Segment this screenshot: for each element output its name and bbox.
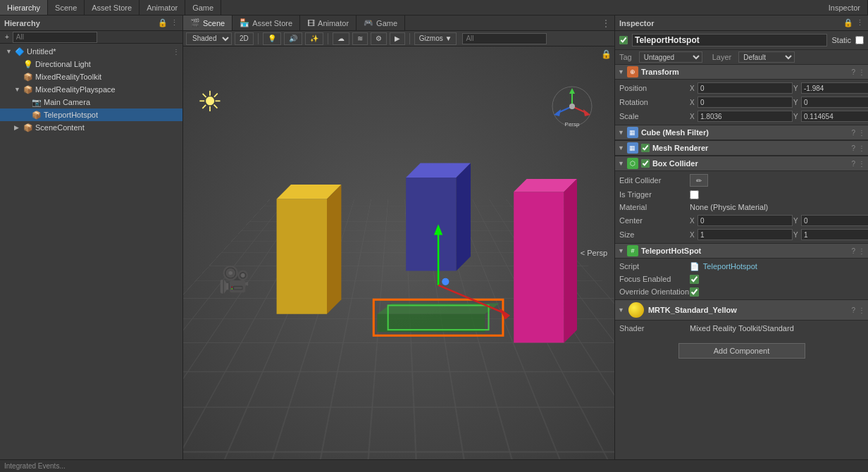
gizmos-btn[interactable]: Gizmos ▼ bbox=[414, 32, 457, 45]
rotation-y-label: Y bbox=[793, 99, 800, 106]
box-collider-help[interactable]: ? bbox=[851, 160, 855, 168]
teleport-hotspot-comp-name: TeleportHotSpot bbox=[641, 247, 849, 255]
teleport-hotspot-header[interactable]: ▼ # TeleportHotSpot ? ⋮ bbox=[615, 243, 868, 259]
tree-item-scene-content[interactable]: ▶ 📦 SceneContent bbox=[0, 121, 182, 134]
tree-item-untitled[interactable]: ▼ 🔷 Untitled* ⋮ bbox=[0, 45, 182, 58]
object-name-input[interactable] bbox=[632, 34, 827, 46]
tab-game[interactable]: Game bbox=[185, 0, 221, 15]
fx-btn[interactable]: ✨ bbox=[305, 32, 323, 45]
scene-view-tab[interactable]: 🎬 Scene bbox=[183, 15, 232, 30]
dotmenu-untitled[interactable]: ⋮ bbox=[173, 48, 182, 56]
size-x-input[interactable] bbox=[698, 229, 793, 240]
transform-menu-btn[interactable]: ⋮ bbox=[858, 68, 865, 76]
hierarchy-lock-icon[interactable]: 🔒 bbox=[158, 18, 168, 27]
top-tabs-bar: Hierarchy Scene Asset Store Animator Gam… bbox=[0, 0, 868, 15]
scene-viewport[interactable]: ☀ 🎥 < Persp Persp � bbox=[183, 46, 614, 459]
material-label: Material bbox=[619, 203, 690, 211]
shading-dropdown[interactable]: Shaded bbox=[186, 32, 232, 45]
box-collider-icon: ⬡ bbox=[627, 158, 638, 169]
override-orientation-checkbox[interactable] bbox=[690, 287, 699, 297]
focus-enabled-checkbox[interactable] bbox=[690, 275, 699, 284]
anim-btn[interactable]: ▶ bbox=[390, 32, 405, 45]
center-x-input[interactable] bbox=[698, 215, 793, 226]
asset-store-tab-label: Asset Store bbox=[92, 4, 132, 12]
size-label: Size bbox=[619, 230, 690, 239]
layer-label: Layer bbox=[712, 53, 732, 61]
teleport-hotspot-menu[interactable]: ⋮ bbox=[858, 247, 865, 255]
tree-item-main-camera[interactable]: 📷 Main Camera bbox=[0, 96, 182, 108]
tree-item-mixed-reality-playspace[interactable]: ▼ 📦 MixedRealityPlayspace bbox=[0, 83, 182, 96]
2d-btn[interactable]: 2D bbox=[235, 32, 254, 45]
gizmo-x-head bbox=[500, 309, 510, 320]
lights-btn[interactable]: 💡 bbox=[263, 32, 281, 45]
mesh-renderer-menu[interactable]: ⋮ bbox=[858, 144, 865, 152]
tab-scene[interactable]: Scene bbox=[48, 0, 85, 15]
fog-btn[interactable]: ≋ bbox=[352, 32, 368, 45]
box-collider-arrow: ▼ bbox=[618, 160, 624, 167]
icon-directional-light: 💡 bbox=[23, 60, 33, 69]
material-menu[interactable]: ⋮ bbox=[858, 306, 865, 314]
is-trigger-checkbox[interactable] bbox=[690, 190, 699, 199]
mesh-renderer-help[interactable]: ? bbox=[851, 144, 855, 152]
icon-mixed-reality-playspace: 📦 bbox=[23, 85, 33, 94]
script-icon: 📄 bbox=[690, 262, 700, 271]
gizmo-widget: Persp bbox=[551, 85, 593, 128]
rotation-y-input[interactable] bbox=[801, 97, 868, 108]
position-x-input[interactable] bbox=[698, 82, 793, 94]
scale-x-input[interactable] bbox=[698, 111, 793, 122]
audio-btn[interactable]: 🔊 bbox=[284, 32, 302, 45]
inspector-menu-icon[interactable]: ⋮ bbox=[856, 18, 864, 27]
scale-y-input[interactable] bbox=[801, 111, 868, 122]
tab-animator[interactable]: Animator bbox=[140, 0, 185, 15]
transform-help-btn[interactable]: ? bbox=[851, 68, 855, 76]
scene-search-input[interactable] bbox=[462, 33, 547, 44]
sun-icon: ☀ bbox=[197, 85, 223, 118]
position-label: Position bbox=[619, 84, 690, 92]
layer-dropdown[interactable]: Default bbox=[738, 51, 795, 63]
inspector-lock-icon[interactable]: 🔒 bbox=[843, 18, 853, 27]
tab-inspector[interactable]: Inspector bbox=[822, 0, 868, 15]
edit-collider-icon: ✏ bbox=[696, 177, 702, 185]
mesh-filter-menu[interactable]: ⋮ bbox=[858, 129, 865, 137]
teleport-hotspot-help[interactable]: ? bbox=[851, 247, 855, 255]
hierarchy-add-btn[interactable]: + bbox=[3, 32, 11, 42]
skybox-btn[interactable]: ☁ bbox=[333, 32, 349, 45]
mesh-filter-help[interactable]: ? bbox=[851, 129, 855, 137]
mesh-renderer-checkbox[interactable] bbox=[641, 144, 650, 152]
hierarchy-menu-icon[interactable]: ⋮ bbox=[170, 18, 178, 27]
static-checkbox[interactable] bbox=[855, 36, 864, 44]
rotation-x-input[interactable] bbox=[698, 97, 793, 108]
transform-comp-name: Transform bbox=[641, 68, 849, 76]
box-collider-checkbox[interactable] bbox=[641, 159, 650, 168]
asset-store-view-tab[interactable]: 🏪 Asset Store bbox=[232, 15, 300, 30]
tree-item-teleport-hotspot[interactable]: 📦 TeleportHotspot bbox=[0, 108, 182, 121]
object-active-checkbox[interactable] bbox=[619, 36, 628, 44]
size-y-input[interactable] bbox=[801, 229, 868, 240]
tree-item-directional-light[interactable]: 💡 Directional Light bbox=[0, 58, 182, 70]
mesh-renderer-header[interactable]: ▼ ▦ Mesh Renderer ? ⋮ bbox=[615, 140, 868, 156]
tab-asset-store[interactable]: Asset Store bbox=[85, 0, 140, 15]
inspector-header-btns: 🔒 ⋮ bbox=[843, 18, 864, 27]
animator-view-tab[interactable]: 🎞 Animator bbox=[300, 15, 356, 30]
material-comp-header[interactable]: ▼ MRTK_Standard_Yellow ? ⋮ bbox=[615, 299, 868, 321]
material-help[interactable]: ? bbox=[851, 306, 855, 314]
center-y-input[interactable] bbox=[801, 215, 868, 226]
add-component-button[interactable]: Add Component bbox=[678, 343, 805, 359]
box-collider-menu[interactable]: ⋮ bbox=[858, 160, 865, 168]
scene-lock-icon[interactable]: 🔒 bbox=[601, 49, 612, 59]
transform-header[interactable]: ▼ ⊕ Transform ? ⋮ bbox=[615, 64, 868, 80]
hierarchy-panel: Hierarchy 🔒 ⋮ + ▼ 🔷 Untitled* ⋮ 💡 Direct… bbox=[0, 15, 183, 459]
edit-collider-btn[interactable]: ✏ bbox=[690, 174, 708, 187]
mesh-filter-header[interactable]: ▼ ▦ Cube (Mesh Filter) ? ⋮ bbox=[615, 125, 868, 140]
tab-hierarchy[interactable]: Hierarchy bbox=[0, 0, 48, 15]
flare-btn[interactable]: ⚙ bbox=[371, 32, 387, 45]
tree-item-mixed-reality-toolkit[interactable]: 📦 MixedRealityToolkit bbox=[0, 70, 182, 83]
game-view-tab[interactable]: 🎮 Game bbox=[356, 15, 405, 30]
box-collider-header[interactable]: ▼ ⬡ Box Collider ? ⋮ bbox=[615, 156, 868, 171]
hierarchy-panel-header: Hierarchy 🔒 ⋮ bbox=[0, 15, 182, 31]
tag-label: Tag bbox=[619, 53, 632, 61]
tag-dropdown[interactable]: Untagged bbox=[639, 51, 702, 63]
scene-tab-menu[interactable]: ⋮ bbox=[602, 18, 610, 28]
hierarchy-search-input[interactable] bbox=[13, 32, 97, 43]
position-y-input[interactable] bbox=[801, 82, 868, 94]
